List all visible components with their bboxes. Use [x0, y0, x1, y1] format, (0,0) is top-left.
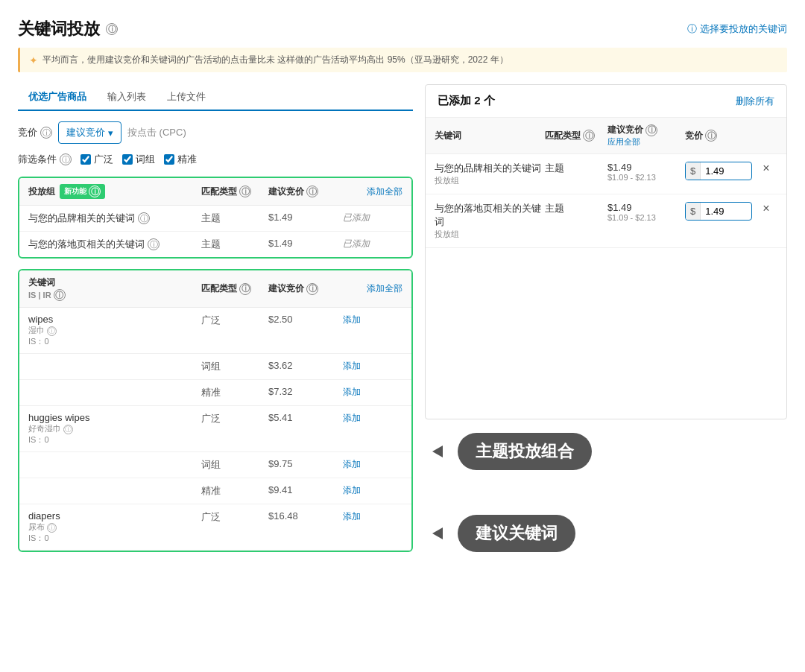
targeting-col-group: 投放组 新功能 ⓘ [28, 184, 201, 199]
kw-sub-6: 尿布 ⓘ [28, 522, 201, 533]
targeting-section: 投放组 新功能 ⓘ 匹配类型 ⓘ 建议竞价 ⓘ 添加全部 [18, 177, 413, 259]
kw-bid-0: $2.50 [268, 314, 343, 325]
bid-col-info-icon[interactable]: ⓘ [306, 186, 318, 197]
callout-arrow-0 [432, 446, 449, 457]
new-feature-badge: 新功能 ⓘ [60, 184, 105, 199]
right-bid-input-1[interactable] [701, 203, 738, 220]
kw-match-0: 广泛 [201, 314, 268, 327]
filter-info-icon[interactable]: ⓘ [60, 153, 72, 165]
targeting-add-all[interactable]: 添加全部 [343, 186, 402, 198]
new-badge-info-icon[interactable]: ⓘ [89, 186, 101, 197]
kw-isir-3: IS：0 [28, 434, 201, 446]
kw-match-5: 精准 [201, 484, 268, 498]
keywords-row-2: 精准 $7.32 添加 [19, 380, 411, 406]
right-suggested-1: $1.49 $1.09 - $2.13 [607, 202, 682, 222]
right-row-1: 与您的落地页相关的关键词 投放组 主题 $1.49 $1.09 - $2.13 … [426, 194, 786, 248]
keywords-section: 关键词 IS | IR ⓘ 匹配类型 ⓘ 建议竞价 ⓘ 添加全部 [18, 269, 413, 552]
kw-name-3: huggies wipes [28, 412, 201, 423]
kw-name-6: diapers [28, 510, 201, 522]
right-remove-0[interactable]: × [755, 162, 777, 175]
kw-action-6[interactable]: 添加 [343, 510, 402, 523]
right-kw-1: 与您的落地页相关的关键词 投放组 [435, 202, 542, 240]
targeting-col-bid: 建议竞价 ⓘ [268, 186, 343, 198]
apply-all-button[interactable]: 应用全部 [607, 136, 682, 148]
right-remove-1[interactable]: × [755, 202, 777, 215]
callout-row-0: 主题投放组合 [432, 433, 787, 470]
filter-broad[interactable]: 广泛 [80, 153, 113, 166]
match-info-icon[interactable]: ⓘ [239, 186, 251, 197]
title-info-icon[interactable]: ⓘ [106, 23, 118, 35]
tab-upload-file[interactable]: 上传文件 [157, 84, 216, 111]
kw-isir-6: IS：0 [28, 533, 201, 544]
keywords-table-header: 关键词 IS | IR ⓘ 匹配类型 ⓘ 建议竞价 ⓘ 添加全部 [19, 270, 411, 308]
kw1-info-icon[interactable]: ⓘ [148, 238, 160, 250]
keywords-col-match: 匹配类型 ⓘ [201, 282, 268, 295]
arrow-icon-0 [432, 446, 443, 457]
exact-checkbox[interactable] [164, 154, 174, 165]
filter-phrase[interactable]: 词组 [122, 153, 155, 166]
star-icon: ✦ [29, 54, 38, 66]
keywords-row-4: 词组 $9.75 添加 [19, 452, 411, 478]
callout-bubble-0: 主题投放组合 [458, 433, 592, 470]
kw-sub-0: 湿巾 ⓘ [28, 325, 201, 336]
right-bid-input-wrap-0: $ [685, 162, 752, 180]
keywords-add-all[interactable]: 添加全部 [343, 282, 402, 295]
keywords-col-bid: 建议竞价 ⓘ [268, 282, 343, 295]
tab-featured-products[interactable]: 优选广告商品 [18, 84, 97, 111]
arrow-icon-1 [432, 527, 443, 539]
kw-bid-4: $9.75 [268, 458, 343, 469]
right-bid-input-wrap-1: $ [685, 202, 752, 221]
keywords-row-0: wipes 湿巾 ⓘ IS：0 广泛 $2.50 添加 [19, 308, 411, 354]
is-ir-info-icon[interactable]: ⓘ [54, 289, 66, 301]
keywords-row-1: 词组 $3.62 添加 [19, 354, 411, 380]
kw-match-6: 广泛 [201, 510, 268, 524]
right-match-info-icon[interactable]: ⓘ [583, 130, 595, 142]
filter-row: 筛选条件 ⓘ 广泛 词组 精准 [18, 153, 413, 166]
targeting-action-1: 已添加 [343, 238, 402, 250]
broad-checkbox[interactable] [80, 154, 91, 165]
kw-bid-info-icon[interactable]: ⓘ [306, 283, 318, 295]
targeting-table-header: 投放组 新功能 ⓘ 匹配类型 ⓘ 建议竞价 ⓘ 添加全部 [19, 178, 411, 206]
kw-match-3: 广泛 [201, 412, 268, 425]
kw-bid-2: $7.32 [268, 386, 343, 397]
bid-dropdown[interactable]: 建议竞价 ▾ [58, 121, 121, 144]
kw-action-4[interactable]: 添加 [343, 458, 402, 471]
keywords-row-3: huggies wipes 好奇湿巾 ⓘ IS：0 广泛 $5.41 添加 [19, 406, 411, 452]
right-col-match: 匹配类型 ⓘ [545, 130, 604, 142]
keywords-row-5: 精准 $9.41 添加 [19, 478, 411, 504]
targeting-row-0: 与您的品牌相关的关键词 ⓘ 主题 $1.49 已添加 [19, 206, 411, 232]
tab-input-list[interactable]: 输入列表 [97, 84, 157, 111]
info-bar: ✦ 平均而言，使用建议竞价和关键词的广告活动的点击量比未 这样做的广告活动平均高… [18, 48, 787, 72]
page-title: 关键词投放 ⓘ [18, 18, 118, 40]
page-header: 关键词投放 ⓘ ⓘ 选择要投放的关键词 [18, 18, 787, 40]
phrase-checkbox[interactable] [122, 154, 133, 165]
targeting-match-0: 主题 [201, 212, 268, 225]
right-bid-input-0[interactable] [701, 162, 738, 180]
info-bar-text: 平均而言，使用建议竞价和关键词的广告活动的点击量比未 这样做的广告活动平均高出 … [42, 54, 508, 66]
right-table-header: 关键词 匹配类型 ⓘ 建议竞价 ⓘ 应用全部 竞价 ⓘ [426, 118, 786, 154]
targeting-bid-1: $1.49 [268, 238, 343, 249]
select-keywords-link[interactable]: ⓘ 选择要投放的关键词 [687, 22, 787, 36]
filter-exact[interactable]: 精准 [164, 153, 197, 166]
kw-action-2[interactable]: 添加 [343, 386, 402, 399]
right-suggested-info-icon[interactable]: ⓘ [645, 124, 657, 136]
right-rows-container: 与您的品牌相关的关键词 投放组 主题 $1.49 $1.09 - $2.13 $… [426, 154, 786, 248]
kw-action-0[interactable]: 添加 [343, 314, 402, 326]
kw-action-1[interactable]: 添加 [343, 360, 402, 373]
kw-action-5[interactable]: 添加 [343, 484, 402, 497]
chevron-down-icon: ▾ [108, 127, 113, 139]
right-suggested-0: $1.49 $1.09 - $2.13 [607, 162, 682, 182]
keywords-row-6: diapers 尿布 ⓘ IS：0 广泛 $16.48 添加 [19, 504, 411, 551]
main-layout: 优选广告商品 输入列表 上传文件 竞价 ⓘ 建议竞价 ▾ 按点击 (CPC) [18, 84, 787, 552]
right-area: 已添加 2 个 删除所有 关键词 匹配类型 ⓘ 建议竞价 ⓘ 应用全部 [425, 84, 787, 552]
remove-all-button[interactable]: 删除所有 [736, 95, 774, 108]
tabs: 优选广告商品 输入列表 上传文件 [18, 84, 413, 111]
kw0-info-icon[interactable]: ⓘ [138, 212, 150, 224]
targeting-match-1: 主题 [201, 238, 268, 251]
kw-action-3[interactable]: 添加 [343, 412, 402, 425]
bid-info-icon[interactable]: ⓘ [40, 127, 52, 139]
right-col-suggested: 建议竞价 ⓘ 应用全部 [607, 124, 682, 148]
kw-match-info-icon[interactable]: ⓘ [239, 283, 251, 295]
right-bid-info-icon[interactable]: ⓘ [705, 130, 717, 142]
filter-label: 筛选条件 ⓘ [18, 153, 72, 166]
